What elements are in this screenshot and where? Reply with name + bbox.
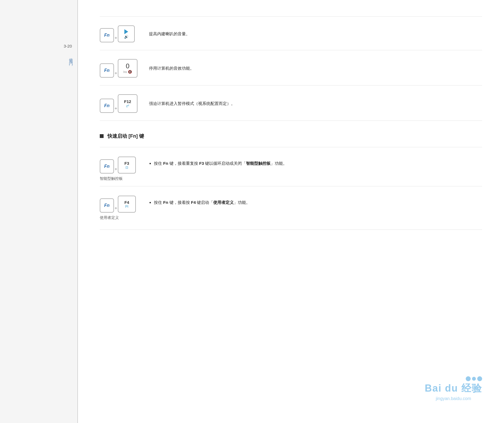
- f3-key: F3 ⊡: [118, 157, 136, 174]
- fn-f3-bullet: 按住 Fn 键，接着重复按 F3 键以循环启动或关闭「智能型触控板」功能。: [154, 160, 482, 167]
- ins-mute-key: 0 Ins 🔇: [118, 59, 137, 78]
- fn-label-3: Fn: [104, 103, 110, 108]
- f12-label: F12: [124, 99, 131, 104]
- sidebar-label: 使用入门: [68, 55, 74, 59]
- volume-up-desc: 提高内建喇叭的音量。: [149, 30, 482, 37]
- fn-key-3: Fn: [100, 99, 114, 113]
- main-content: Fn + 🔊 提高内建喇叭的音量。 Fn + 0 Ins: [78, 0, 504, 423]
- section-heading-text: 快速启动 [Fn] 键: [107, 133, 144, 139]
- ins-mute-line: Ins 🔇: [123, 70, 132, 74]
- f12-key: F12 z²: [118, 94, 137, 113]
- plus-f4: +: [115, 205, 117, 211]
- sleep-combo: Fn + F12 z²: [100, 94, 141, 113]
- fn-key-f4: Fn: [100, 198, 114, 213]
- f4-label: F4: [124, 200, 129, 205]
- fn-f3-caption: 智能型触控板: [100, 176, 482, 181]
- fn-f4-desc: 按住 Fn 键，接着按 F4 键启动「使用者定义」功能。: [142, 196, 482, 207]
- bullet-square-icon: [100, 134, 104, 138]
- fn-f4-combo: Fn + F4 PI: [100, 196, 136, 213]
- mute-combo: Fn + 0 Ins 🔇: [100, 59, 141, 78]
- f4-key: F4 PI: [118, 196, 136, 213]
- fn-label-2: Fn: [104, 68, 110, 73]
- ins-text: Ins: [123, 70, 127, 74]
- fn-f4-bullet: 按住 Fn 键，接着按 F4 键启动「使用者定义」功能。: [154, 199, 482, 206]
- sleep-icon: z²: [126, 104, 129, 108]
- section-heading: 快速启动 [Fn] 键: [100, 133, 482, 139]
- mute-icon: 🔇: [128, 70, 132, 74]
- fn-label-1: Fn: [104, 33, 110, 38]
- speaker-up-icon: 🔊: [124, 35, 128, 39]
- f3-label: F3: [124, 161, 129, 166]
- fn-label-f3: Fn: [104, 164, 110, 169]
- volume-up-row: Fn + 🔊 提高内建喇叭的音量。: [100, 16, 482, 50]
- user-defined-icon: PI: [125, 205, 128, 208]
- fn-f3-row: Fn + F3 ⊡ 按住 Fn 键，接着重复按 F3 键以循环启动或关闭「智能型…: [100, 157, 482, 174]
- plus-2: +: [115, 70, 117, 76]
- fn-key-1: Fn: [100, 28, 114, 42]
- mute-row: Fn + 0 Ins 🔇 停用计算机的音效功能。: [100, 50, 482, 86]
- touchpad-icon: ⊡: [125, 166, 128, 169]
- sidebar: 3-20 使用入门: [0, 0, 78, 423]
- fn-label-f4: Fn: [104, 203, 110, 208]
- fn-f3-desc: 按住 Fn 键，接着重复按 F3 键以循环启动或关闭「智能型触控板」功能。: [142, 157, 482, 168]
- volume-up-combo: Fn + 🔊: [100, 25, 141, 42]
- fn-f3-section: Fn + F3 ⊡ 按住 Fn 键，接着重复按 F3 键以循环启动或关闭「智能型…: [100, 147, 482, 186]
- sleep-row: Fn + F12 z² 强迫计算机进入暂停模式（视系统配置而定）。: [100, 86, 482, 121]
- plus-3: +: [115, 106, 117, 111]
- plus-1: +: [115, 35, 117, 41]
- arrow-speaker-key: 🔊: [118, 25, 135, 42]
- mute-desc: 停用计算机的音效功能。: [149, 65, 482, 72]
- plus-f3: +: [115, 166, 117, 172]
- fn-f4-caption: 使用者定义: [100, 215, 482, 220]
- fn-key-f3: Fn: [100, 159, 114, 174]
- arrow-right-icon: [124, 29, 128, 34]
- fn-f4-row: Fn + F4 PI 按住 Fn 键，接着按 F4 键启动「使用者定义」功能。: [100, 196, 482, 213]
- fn-f4-section: Fn + F4 PI 按住 Fn 键，接着按 F4 键启动「使用者定义」功能。: [100, 186, 482, 230]
- zero-label: 0: [126, 63, 129, 69]
- sleep-desc: 强迫计算机进入暂停模式（视系统配置而定）。: [149, 100, 482, 107]
- fn-key-2: Fn: [100, 63, 114, 78]
- fn-f3-combo: Fn + F3 ⊡: [100, 157, 136, 174]
- page-number: 3-20: [64, 44, 72, 48]
